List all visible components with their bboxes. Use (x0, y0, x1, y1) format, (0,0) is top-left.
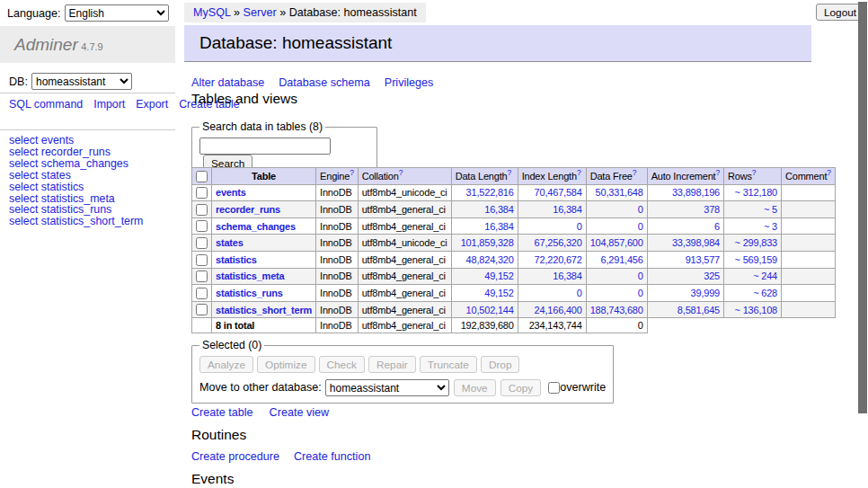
data-length-link[interactable]: 48,824,320 (466, 254, 514, 265)
auto-increment-link[interactable]: 33,398,984 (672, 237, 720, 248)
create-link[interactable]: Create table (191, 406, 253, 419)
database-nav-link[interactable]: Database schema (279, 76, 370, 89)
data-length-link[interactable]: 16,384 (484, 221, 513, 232)
sidebar-table-link[interactable]: select events (9, 135, 143, 146)
data-free-link[interactable]: 188,743,680 (590, 305, 643, 315)
index-length-link[interactable]: 24,166,400 (535, 305, 582, 315)
analyze-button[interactable]: Analyze (199, 356, 253, 373)
sidebar-action-link[interactable]: SQL command (9, 98, 83, 111)
auto-increment-link[interactable]: 8,581,645 (678, 305, 720, 315)
data-length-link[interactable]: 101,859,328 (461, 237, 514, 248)
auto-increment-link[interactable]: 913,577 (686, 254, 720, 265)
data-free-link[interactable]: 50,331,648 (596, 187, 643, 198)
move-button[interactable]: Move (454, 379, 496, 396)
data-length-link[interactable]: 49,152 (484, 271, 513, 281)
data-free-link[interactable]: 0 (638, 204, 643, 215)
rows-link[interactable]: ~ 312,180 (735, 187, 777, 198)
data-free-link[interactable]: 104,857,600 (590, 237, 643, 248)
table-link[interactable]: schema_changes (216, 221, 296, 232)
rows-link[interactable]: ~ 136,108 (735, 305, 777, 315)
auto-increment-link[interactable]: 39,999 (691, 288, 720, 298)
table-link[interactable]: statistics (216, 254, 257, 265)
index-length-link[interactable]: 0 (577, 288, 582, 298)
column-help-link[interactable]: ? (577, 168, 581, 177)
search-input[interactable] (199, 138, 331, 155)
column-help-link[interactable]: ? (399, 168, 403, 177)
index-length-link[interactable]: 67,256,320 (535, 237, 582, 248)
move-db-select[interactable]: homeassistant (325, 379, 449, 396)
data-length-link[interactable]: 16,384 (484, 204, 513, 215)
drop-button[interactable]: Drop (481, 356, 520, 373)
auto-increment-link[interactable]: 325 (704, 271, 720, 281)
column-help-link[interactable]: ? (827, 168, 831, 177)
app-logo: Adminer 4.7.9 (0, 26, 175, 63)
data-free-link[interactable]: 6,291,456 (601, 254, 643, 265)
rows-link[interactable]: ~ 3 (764, 221, 777, 232)
truncate-button[interactable]: Truncate (420, 356, 477, 373)
auto-increment-link[interactable]: 33,898,196 (672, 187, 720, 198)
breadcrumb-link[interactable]: Server (244, 6, 277, 19)
sidebar-action-link[interactable]: Import (93, 98, 125, 111)
index-length-link[interactable]: 0 (577, 221, 582, 232)
rows-link[interactable]: ~ 569,159 (735, 254, 777, 265)
data-free-link[interactable]: 0 (638, 288, 643, 298)
sidebar-table-link[interactable]: select schema_changes (9, 158, 143, 170)
logout-button[interactable]: Logout (816, 4, 864, 21)
row-checkbox[interactable] (196, 288, 208, 299)
database-nav-link[interactable]: Alter database (191, 76, 264, 89)
index-length-link[interactable]: 16,384 (553, 271, 581, 281)
row-checkbox[interactable] (196, 237, 208, 249)
data-free-link[interactable]: 0 (638, 221, 643, 232)
routine-link[interactable]: Create function (294, 450, 370, 463)
comment-cell (782, 268, 836, 285)
rows-link[interactable]: ~ 5 (764, 204, 777, 215)
sidebar-action-link[interactable]: Export (136, 98, 168, 111)
column-help-link[interactable]: ? (633, 168, 637, 177)
sidebar-table-link[interactable]: select recorder_runs (9, 146, 143, 158)
column-help-link[interactable]: ? (507, 168, 511, 177)
data-length-link[interactable]: 10,502,144 (466, 305, 514, 315)
sidebar-table-link[interactable]: select statistics (9, 182, 143, 193)
sidebar-table-link[interactable]: select statistics_short_term (9, 216, 143, 227)
index-length-link[interactable]: 16,384 (553, 204, 581, 215)
rows-link[interactable]: ~ 628 (753, 288, 777, 298)
row-checkbox[interactable] (196, 304, 208, 315)
language-select[interactable]: English (65, 4, 169, 22)
rows-link[interactable]: ~ 244 (753, 271, 777, 281)
check-button[interactable]: Check (319, 356, 365, 373)
row-checkbox[interactable] (196, 187, 208, 199)
table-link[interactable]: recorder_runs (216, 204, 280, 215)
table-link[interactable]: statistics_runs (216, 288, 283, 298)
rows-link[interactable]: ~ 299,833 (735, 237, 777, 248)
database-nav-link[interactable]: Privileges (385, 76, 434, 89)
breadcrumb-link[interactable]: MySQL (193, 6, 231, 19)
row-checkbox[interactable] (196, 271, 208, 282)
sidebar-table-link[interactable]: select states (9, 170, 143, 182)
row-checkbox[interactable] (196, 254, 208, 266)
select-all-checkbox[interactable] (196, 171, 208, 182)
auto-increment-link[interactable]: 6 (714, 221, 720, 232)
row-checkbox[interactable] (196, 204, 208, 216)
index-length-link[interactable]: 72,220,672 (535, 254, 582, 265)
db-select[interactable]: homeassistant (31, 73, 132, 90)
table-link[interactable]: statistics_short_term (216, 305, 312, 315)
table-link[interactable]: events (216, 187, 246, 198)
column-help-link[interactable]: ? (715, 168, 720, 177)
data-length-link[interactable]: 49,152 (484, 288, 513, 298)
optimize-button[interactable]: Optimize (257, 356, 315, 373)
table-link[interactable]: states (216, 237, 244, 248)
table-link[interactable]: statistics_meta (216, 271, 285, 281)
column-help-link[interactable]: ? (752, 168, 757, 177)
copy-button[interactable]: Copy (500, 379, 542, 396)
vertical-scrollbar[interactable] (858, 2, 867, 413)
column-help-link[interactable]: ? (350, 168, 354, 177)
data-length-link[interactable]: 31,522,816 (466, 187, 514, 198)
auto-increment-link[interactable]: 378 (704, 204, 720, 215)
repair-button[interactable]: Repair (368, 356, 416, 373)
index-length-link[interactable]: 70,467,584 (535, 187, 582, 198)
create-link[interactable]: Create view (270, 406, 330, 419)
routine-link[interactable]: Create procedure (191, 450, 279, 463)
overwrite-checkbox[interactable] (548, 382, 560, 394)
row-checkbox[interactable] (196, 220, 208, 232)
data-free-link[interactable]: 0 (638, 271, 643, 281)
